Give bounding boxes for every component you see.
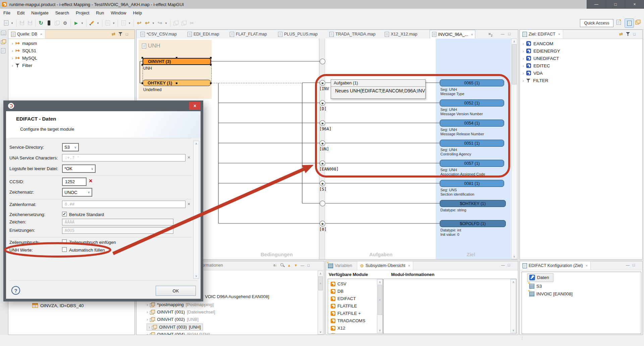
commit-button[interactable]: [119, 19, 127, 27]
settings-gear-button[interactable]: ⚙: [61, 19, 69, 27]
tab-csv-map[interactable]: *CSV_CSV.map: [139, 30, 179, 39]
connector-node-asterisk[interactable]: ∗: [320, 100, 325, 106]
tab-subsystem-uebersicht[interactable]: ⚙ Subsystem-Übersicht ×: [357, 261, 413, 270]
back-button[interactable]: ↩: [143, 19, 151, 27]
module-info-box[interactable]: ∧ ∨: [383, 279, 517, 334]
module-x12[interactable]: X12: [331, 325, 345, 331]
minimized-doc-icon[interactable]: [1, 48, 5, 54]
menu-window[interactable]: Window: [107, 10, 129, 15]
server-button[interactable]: [45, 19, 53, 27]
connector-node[interactable]: [320, 59, 325, 64]
connector-node-asterisk[interactable]: ∗: [320, 120, 325, 126]
tree-item-filter[interactable]: › Filter: [12, 62, 32, 69]
subsystem-tab-close-icon[interactable]: ×: [408, 264, 410, 268]
commit-dropdown[interactable]: ▾: [127, 19, 132, 27]
tree-item-mapsm[interactable]: › ↦ mapsm: [12, 40, 37, 47]
menu-file[interactable]: File: [0, 10, 14, 15]
back-new-button[interactable]: ↩: [135, 19, 143, 27]
maximize-view-icon[interactable]: □: [126, 32, 128, 36]
target-box-0054[interactable]: 0054 (1): [440, 120, 504, 127]
modules-list[interactable]: CSV DB EDIFACT FLATFILE FLATFILE + TRADA…: [328, 279, 383, 334]
scroll-up-icon[interactable]: ∧: [512, 39, 517, 44]
tree-item-edienergy[interactable]: ›EDIENERGY: [523, 48, 560, 54]
module-db[interactable]: DB: [331, 288, 343, 294]
dialog-close-button[interactable]: ×: [189, 102, 201, 110]
sort-icon[interactable]: a↓: [273, 263, 277, 267]
tab-close-icon[interactable]: ×: [471, 32, 473, 37]
zeichen-input[interactable]: ÄÄÄÄ: [62, 219, 173, 225]
detail-item-oinvht-001[interactable]: › OINVHT (001)[Dateiwechsel]: [147, 309, 215, 315]
minimize-view-icon[interactable]: —: [301, 263, 304, 267]
ccsid-input[interactable]: 1252: [62, 178, 87, 186]
zahlenformat-input[interactable]: 0.##: [62, 201, 185, 208]
paste-button[interactable]: [180, 19, 188, 27]
tab-overflow-button[interactable]: »2: [488, 31, 492, 37]
link-editor-icon[interactable]: ⇄: [112, 31, 115, 37]
search-icon[interactable]: [280, 263, 284, 267]
editor-minimize-icon[interactable]: —: [501, 32, 504, 36]
tree-item-oinvza[interactable]: OINVZA, ID=DBS_40: [32, 302, 84, 309]
tab-x12-map[interactable]: X12_X12.map: [383, 30, 419, 39]
ziel-tab-close-icon[interactable]: ×: [558, 32, 560, 36]
filter-icon[interactable]: [626, 32, 630, 36]
zeilenumbruch-checkbox[interactable]: [62, 239, 67, 244]
target-box-0057[interactable]: 0057 (1): [440, 160, 504, 167]
tab-plus-map[interactable]: PLUS_PLUS.map: [276, 30, 320, 39]
module-flatfile-plus[interactable]: FLATFILE +: [331, 310, 361, 317]
tree-item-sql51[interactable]: › ↦ SQL51: [12, 47, 36, 54]
up-arrow-icon[interactable]: ▲: [287, 263, 291, 267]
connector-node-asterisk[interactable]: ∗: [320, 140, 325, 146]
forward-button[interactable]: ↪: [156, 19, 164, 27]
benutze-standard-checkbox[interactable]: ✓: [62, 212, 67, 216]
target-box-0052[interactable]: 0052 (1): [440, 99, 504, 107]
tree-item-vda[interactable]: ›VDA: [523, 70, 543, 76]
import-dropdown[interactable]: ▾: [112, 19, 116, 27]
scroll-thumb[interactable]: [512, 44, 517, 84]
module-flatfile[interactable]: FLATFILE: [331, 303, 357, 309]
detail-item-oinvht-004[interactable]: › OINVHT (004)[BGM DTM]: [147, 331, 210, 335]
tab-invoic-map-active[interactable]: INVOIC_96A_... ×: [430, 30, 475, 39]
menu-navigate[interactable]: Navigate: [28, 10, 52, 15]
run-dropdown[interactable]: ▾: [80, 19, 85, 27]
module-tradacoms[interactable]: TRADACOMS: [331, 318, 365, 324]
import-change-button[interactable]: [104, 19, 112, 27]
down-arrow-icon[interactable]: ▼: [294, 263, 298, 267]
target-box-0065[interactable]: 0065 (1): [440, 79, 504, 86]
tree-item-eancom[interactable]: ›EANCOM: [523, 40, 553, 47]
maximize-view-icon[interactable]: □: [307, 263, 310, 267]
save-button[interactable]: [18, 19, 26, 27]
una-input[interactable]: :+.? ': [62, 154, 185, 161]
tree-item-mysql[interactable]: › ↦ MySQL: [12, 55, 37, 61]
connector-node-asterisk[interactable]: ∗: [320, 160, 325, 166]
connector-node-asterisk[interactable]: ∗: [320, 80, 325, 86]
maximize-view-icon[interactable]: □: [633, 263, 635, 267]
menu-search[interactable]: Search: [52, 10, 72, 15]
detail-item-postmapping[interactable]: › *postmapping[Postmapping]: [147, 301, 214, 308]
resource-perspective-button[interactable]: [635, 20, 640, 25]
tab-flat-map[interactable]: FLAT_FLAT.map: [228, 30, 269, 39]
quick-access-input[interactable]: Quick Access: [580, 19, 613, 27]
copy-button[interactable]: [172, 19, 180, 27]
resize-grip[interactable]: ⋮: [521, 336, 524, 340]
link-editor-icon[interactable]: ⇄: [619, 31, 623, 37]
restore-view-icon[interactable]: [1, 31, 6, 36]
minimize-view-icon[interactable]: —: [626, 263, 630, 267]
save-all-button[interactable]: [26, 19, 34, 27]
menu-run[interactable]: Run: [93, 10, 107, 15]
tree-item-unedifact[interactable]: ›UNEDIFACT: [523, 55, 559, 62]
forward-dropdown[interactable]: ▾: [164, 19, 169, 27]
konfig-item-s3[interactable]: S3: [529, 283, 542, 289]
ok-button[interactable]: OK: [156, 286, 196, 296]
detail-item-oinvht-002[interactable]: › OINVHT (002)[UNB]: [147, 316, 199, 323]
quelle-tab-close-icon[interactable]: ×: [40, 32, 42, 36]
info-scrollbar[interactable]: ∧ ∨: [511, 279, 516, 333]
menu-edit[interactable]: Edit: [14, 10, 28, 15]
open-perspective-icon[interactable]: ✦: [616, 20, 621, 26]
window-minimize-button[interactable]: —: [587, 0, 606, 9]
back-dropdown[interactable]: ▾: [151, 19, 156, 27]
tab-variablen[interactable]: Variablen: [328, 261, 352, 270]
minimize-view-icon[interactable]: —: [501, 263, 505, 267]
minimized-folder-icon[interactable]: [1, 40, 6, 45]
refresh-button[interactable]: ↻: [37, 19, 45, 27]
target-box-0081[interactable]: 0081 (1): [440, 180, 504, 187]
